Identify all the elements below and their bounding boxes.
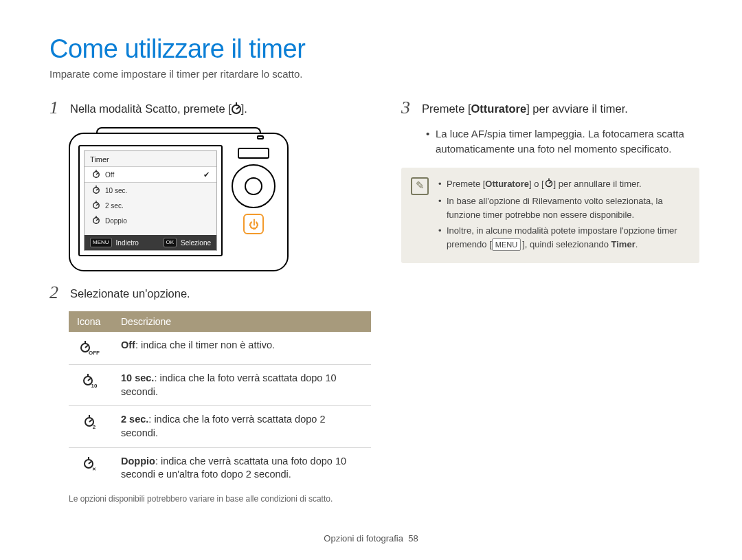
- table-head-desc: Descrizione: [113, 311, 371, 332]
- step-1: 1 Nella modalità Scatto, premete [].: [49, 99, 371, 117]
- row-icon: OFF: [69, 332, 113, 365]
- row-icon: 10: [69, 365, 113, 406]
- menu-tag: MENU: [492, 238, 521, 251]
- page-footer: Opzioni di fotografia 58: [0, 533, 742, 544]
- timer-icon: [544, 179, 554, 192]
- camera-controls: ⏻: [229, 148, 278, 234]
- ok-tag: OK: [164, 238, 177, 247]
- menu-item-doppio: Doppio: [85, 213, 216, 228]
- bullet: La luce AF/spia timer lampeggia. La foto…: [426, 126, 699, 157]
- menu-title: Timer: [85, 151, 216, 166]
- menu-item-off: Off: [85, 166, 216, 183]
- step-3-bullets: La luce AF/spia timer lampeggia. La foto…: [426, 126, 699, 157]
- table-row: 10 10 sec.: indica che la foto verrà sca…: [69, 365, 371, 406]
- step-number: 1: [49, 99, 62, 117]
- row-desc: Doppio: indica che verrà scattata una fo…: [113, 447, 371, 489]
- step-text: Nella modalità Scatto, premete [].: [70, 99, 247, 117]
- footer-page-number: 58: [408, 533, 418, 544]
- camera-top-button: [238, 148, 269, 159]
- camera-illustration: Timer Off 10 sec. 2 sec. Doppio MENU Ind…: [69, 127, 289, 271]
- table-row: 2 2 sec.: indica che la foto verrà scatt…: [69, 406, 371, 447]
- content-columns: 1 Nella modalità Scatto, premete []. Tim…: [49, 99, 699, 504]
- step-2: 2 Selezionate un'opzione.: [49, 284, 371, 302]
- note-icon: ✎: [411, 177, 429, 195]
- camera-screen-footer: MENU Indietro OK Selezione: [85, 235, 216, 250]
- page-subtitle: Imparate come impostare il timer per rit…: [49, 68, 699, 80]
- step-number: 3: [401, 99, 414, 117]
- menu-item-2sec: 2 sec.: [85, 198, 216, 213]
- row-desc: 2 sec.: indica che la foto verrà scattat…: [113, 406, 371, 447]
- camera-screen: Timer Off 10 sec. 2 sec. Doppio MENU Ind…: [78, 145, 223, 256]
- footer-section: Opzioni di fotografia: [324, 533, 403, 544]
- column-right: 3 Premete [Otturatore] per avviare il ti…: [401, 99, 699, 504]
- step-text-part: ] per avviare il timer.: [526, 102, 628, 115]
- footer-label: Indietro: [116, 239, 139, 247]
- footer-label: Selezione: [181, 239, 211, 247]
- note-item: Premete [Otturatore] o [] per annullare …: [438, 177, 688, 192]
- table-head-icon: Icona: [69, 311, 113, 332]
- row-desc: Off: indica che il timer non è attivo.: [113, 332, 371, 365]
- step-text-bold: Otturatore: [471, 102, 527, 115]
- table-row: ✕ Doppio: indica che verrà scattata una …: [69, 447, 371, 489]
- manual-page: Come utilizzare il timer Imparate come i…: [0, 0, 742, 560]
- camera-dpad: [232, 164, 276, 208]
- row-icon: ✕: [69, 447, 113, 489]
- menu-tag: MENU: [90, 238, 112, 247]
- step-number: 2: [49, 284, 62, 302]
- note-item: In base all'opzione di Rilevamento volto…: [438, 194, 688, 221]
- step-3: 3 Premete [Otturatore] per avviare il ti…: [401, 99, 699, 117]
- step-text-part: ].: [241, 102, 247, 115]
- options-table: Icona Descrizione OFF Off: indica che il…: [69, 311, 371, 488]
- row-icon: 2: [69, 406, 113, 447]
- table-row: OFF Off: indica che il timer non è attiv…: [69, 332, 371, 365]
- column-left: 1 Nella modalità Scatto, premete []. Tim…: [49, 99, 371, 504]
- page-title: Come utilizzare il timer: [49, 34, 699, 64]
- step-text: Selezionate un'opzione.: [70, 284, 190, 301]
- camera-power-button-highlight: ⏻: [243, 214, 264, 234]
- timer-icon: [232, 102, 241, 117]
- step-text: Premete [Otturatore] per avviare il time…: [422, 99, 628, 116]
- note-item: Inoltre, in alcune modalità potete impos…: [438, 224, 688, 251]
- step-text-part: Nella modalità Scatto, premete [: [70, 102, 232, 115]
- step-text-part: Premete [: [422, 102, 471, 115]
- note-box: ✎ Premete [Otturatore] o [] per annullar…: [401, 168, 699, 264]
- table-footnote: Le opzioni disponibili potrebbero variar…: [69, 494, 371, 504]
- menu-item-10sec: 10 sec.: [85, 183, 216, 198]
- row-desc: 10 sec.: indica che la foto verrà scatta…: [113, 365, 371, 406]
